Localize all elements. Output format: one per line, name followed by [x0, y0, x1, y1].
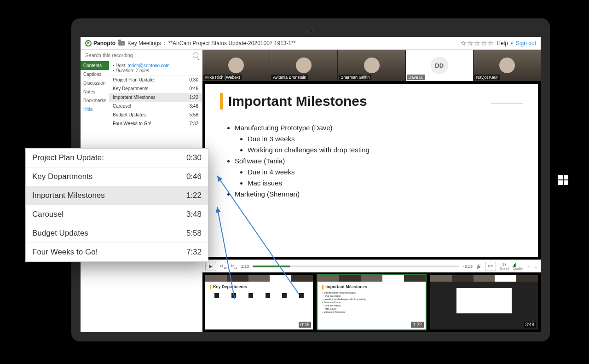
toc-item[interactable]: Important Milestones1:22	[109, 93, 202, 102]
speed-button[interactable]: 1xSpeed	[500, 262, 509, 271]
sub-bullet: Working on challenges with drop testing	[248, 144, 523, 156]
slide-viewport: Important Milestones Manufacturing Proto…	[205, 84, 538, 257]
toc-label: Budget Updates	[113, 112, 146, 117]
play-button[interactable]: ▶	[205, 262, 216, 271]
toc-zoom-item[interactable]: Carousel3:48	[26, 205, 208, 224]
skip-forward-button[interactable]: ↻10	[231, 264, 237, 269]
thumbnail-strip: Key Departments0:46Important Milestones•…	[202, 272, 541, 332]
toc-label: Four Weeks to Go!	[113, 121, 151, 126]
toc-zoom-item[interactable]: Important Milestones1:22	[26, 186, 208, 205]
rating-stars[interactable]: ☆ ☆ ☆ ☆ ☆	[460, 39, 494, 47]
host-email[interactable]: mrich@contoso.com	[127, 63, 169, 68]
windows-logo[interactable]	[558, 175, 568, 185]
cc-button[interactable]: CC	[485, 262, 496, 271]
table-of-contents: Project Plan Update:0:30Key Departments0…	[109, 75, 202, 128]
sidebar-tab-discussion[interactable]: Discussion	[81, 79, 109, 87]
quality-button[interactable]: Quality	[513, 262, 523, 271]
thumb-participants-strip	[430, 275, 538, 282]
toc-label: Important Milestones	[113, 95, 156, 100]
thumb-time: 1:22	[411, 322, 423, 328]
search-icon[interactable]	[193, 52, 198, 58]
toc-time: 0:46	[190, 86, 198, 91]
toc-item[interactable]: Key Departments0:46	[109, 84, 202, 93]
sidebar-tab-contents[interactable]: Contents	[81, 61, 109, 70]
star-icon[interactable]: ☆	[460, 39, 466, 47]
slide-content: Important Milestones Manufacturing Proto…	[205, 84, 538, 257]
toc-time: 7:32	[190, 121, 198, 126]
brand-text: Panopto	[93, 40, 115, 46]
help-dropdown-icon[interactable]: ▾	[511, 41, 513, 46]
breadcrumb-folder[interactable]: Key Meetings	[127, 40, 161, 46]
toc-zoom-time: 1:22	[186, 191, 202, 200]
thumbnail[interactable]: Key Departments0:46	[205, 275, 313, 329]
participant-name: Navjot Kaur	[474, 75, 500, 80]
star-icon[interactable]: ☆	[467, 39, 473, 47]
volume-button[interactable]: 🔊	[476, 264, 481, 269]
app-logo[interactable]: Panopto	[85, 40, 115, 46]
slide-bullets: Manufacturing Prototype (Dave)Due in 3 w…	[220, 122, 523, 200]
thumb-time: 3:48	[524, 322, 536, 328]
player-controls: ▶ ↺10 ↻10 1:23 -6:13 🔊 CC 1xSpeed Qualit…	[202, 260, 541, 272]
sidebar-tab-bookmarks[interactable]: Bookmarks	[81, 96, 109, 105]
star-icon[interactable]: ☆	[481, 39, 487, 47]
toc-zoom-label: Important Milestones	[32, 191, 105, 200]
participant-cell[interactable]: Sherman Griffin	[338, 50, 405, 81]
avatar-initials: DD	[431, 57, 448, 74]
logo-mark-icon	[85, 40, 92, 46]
star-icon[interactable]: ☆	[488, 39, 494, 47]
avatar	[499, 58, 515, 73]
toc-item[interactable]: Carousel3:48	[109, 102, 202, 110]
help-menu[interactable]: Help	[497, 40, 508, 46]
sidebar-tab-captions[interactable]: Captions	[81, 70, 109, 79]
participant-cell[interactable]: Mike Rich (Webex)	[202, 50, 270, 81]
toc-zoom-item[interactable]: Four Weeks to Go!7:32	[26, 243, 208, 261]
star-icon[interactable]: ☆	[474, 39, 480, 47]
device-camera	[308, 29, 313, 33]
toc-label: Carousel	[113, 104, 131, 109]
toc-zoom-time: 3:48	[186, 210, 202, 219]
recording-meta: • Host: mrich@contoso.com • Duration: 7 …	[109, 61, 202, 75]
participants-strip: Mike Rich (Webex)Avitania BronsteinSherm…	[202, 50, 541, 81]
toc-zoom-time: 0:46	[186, 172, 202, 181]
participant-cell[interactable]: Navjot Kaur	[474, 50, 541, 81]
toc-item[interactable]: Four Weeks to Go!7:32	[109, 119, 202, 128]
more-button[interactable]: ⋯	[526, 264, 531, 269]
participant-name: Sherman Griffin	[339, 75, 371, 80]
sidebar-tab-notes[interactable]: Notes	[81, 87, 109, 96]
skip-back-button[interactable]: ↺10	[220, 264, 227, 269]
progress-bar[interactable]	[253, 266, 460, 267]
collapse-button[interactable]: ⌄	[534, 264, 538, 269]
search-box[interactable]	[81, 50, 202, 61]
bullet: Marketing (Sherman)	[235, 189, 523, 200]
thumbnail[interactable]: Important Milestones• Manufacturing Prot…	[318, 275, 425, 329]
thumb-participants-strip	[205, 275, 313, 282]
signout-link[interactable]: Sign out	[516, 40, 536, 46]
breadcrumb-separator: ›	[164, 40, 166, 46]
toc-item[interactable]: Project Plan Update:0:30	[109, 75, 202, 84]
toc-item[interactable]: Budget Updates5:58	[109, 110, 202, 119]
sub-bullet: Mac issues	[248, 178, 523, 189]
thumb-time: 0:46	[299, 322, 311, 328]
toc-label: Key Departments	[113, 86, 148, 91]
toc-zoom-label: Key Departments	[32, 172, 92, 181]
toc-time: 1:22	[190, 95, 198, 100]
current-time: 1:23	[241, 264, 249, 269]
thumbnail[interactable]: 3:48	[430, 275, 538, 329]
participant-name: Mike Rich (Webex)	[203, 75, 242, 80]
folder-icon[interactable]	[118, 41, 125, 46]
toc-zoom-item[interactable]: Project Plan Update:0:30	[26, 149, 208, 168]
toc-time: 5:58	[190, 112, 198, 117]
slide-title: Important Milestones	[228, 93, 367, 109]
slide-accent-bar	[220, 93, 223, 110]
avatar	[364, 58, 380, 73]
participant-cell[interactable]: Avitania Bronstein	[270, 50, 338, 81]
breadcrumb-title[interactable]: **AirCam Project Status Update-20201007 …	[168, 40, 296, 46]
toc-zoom-item[interactable]: Key Departments0:46	[26, 168, 208, 186]
sidebar-tab-hide[interactable]: Hide	[81, 105, 109, 114]
toc-zoom-time: 7:32	[186, 248, 202, 257]
toc-zoom-label: Budget Updates	[32, 229, 88, 238]
participant-cell[interactable]: DDDave D.	[406, 50, 474, 81]
toc-zoom-item[interactable]: Budget Updates5:58	[26, 224, 208, 243]
toc-zoom-overlay: Project Plan Update:0:30Key Departments0…	[25, 148, 208, 262]
search-input[interactable]	[81, 50, 202, 61]
